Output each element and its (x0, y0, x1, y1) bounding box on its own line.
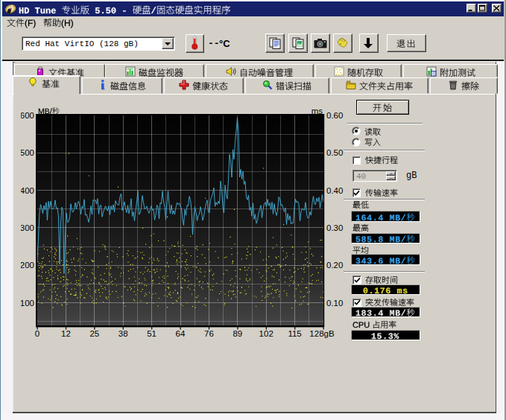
svg-text:0.50: 0.50 (326, 148, 343, 157)
svg-text:100: 100 (21, 299, 34, 308)
svg-text:0.20: 0.20 (326, 261, 343, 270)
svg-text:500: 500 (21, 148, 34, 157)
svg-text:0: 0 (35, 329, 39, 338)
svg-text:25: 25 (89, 329, 99, 338)
svg-text:0.60: 0.60 (326, 111, 343, 120)
svg-text:0.40: 0.40 (326, 186, 343, 195)
svg-text:ms: ms (311, 106, 323, 115)
svg-text:89: 89 (233, 329, 242, 338)
svg-text:64: 64 (176, 329, 186, 338)
svg-text:0.10: 0.10 (326, 299, 343, 308)
svg-text:300: 300 (21, 223, 34, 232)
svg-text:400: 400 (21, 186, 34, 195)
svg-text:51: 51 (147, 329, 156, 338)
svg-text:38: 38 (118, 329, 128, 338)
svg-text:0.30: 0.30 (326, 223, 343, 232)
svg-text:12: 12 (61, 329, 71, 338)
svg-text:128gB: 128gB (309, 329, 335, 338)
svg-text:102: 102 (259, 329, 273, 338)
svg-text:600: 600 (21, 111, 34, 120)
svg-text:115: 115 (288, 329, 301, 338)
svg-text:200: 200 (21, 261, 34, 270)
svg-text:76: 76 (204, 329, 214, 338)
